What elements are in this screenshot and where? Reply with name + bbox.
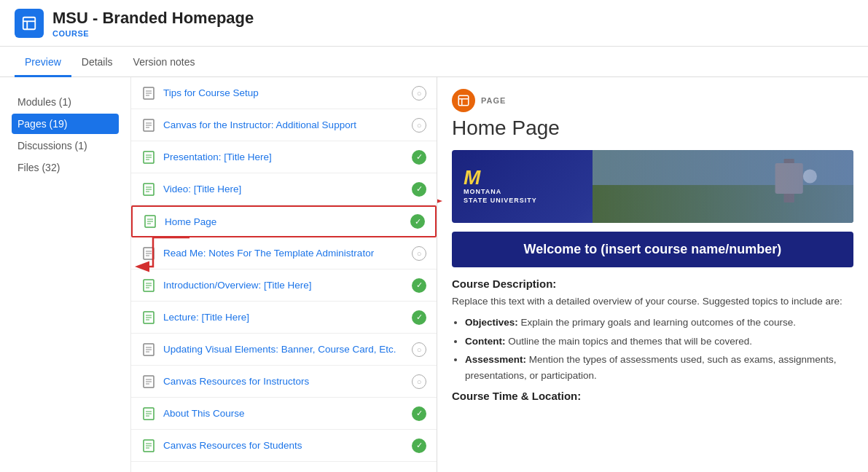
list-item: Assessment: Mention the types of assessm… [465, 352, 853, 383]
doc-full-icon [141, 406, 156, 421]
list-item[interactable]: Video: [Title Here] ✓ [131, 173, 437, 205]
bullet-text: Explain the primary goals and learning o… [518, 317, 796, 328]
welcome-banner: Welcome to (insert course name/number) [452, 232, 853, 267]
msu-logo: M MONTANASTATE UNIVERSITY [464, 168, 537, 205]
page-label: PAGE [452, 89, 853, 112]
page-item-title[interactable]: Presentation: [Title Here] [163, 152, 412, 162]
tab-details[interactable]: Details [71, 49, 123, 77]
course-description-heading: Course Description: [452, 278, 853, 290]
page-item-title[interactable]: Updating Visual Elements: Banner, Course… [163, 344, 412, 355]
doc-full-icon [141, 182, 156, 197]
main-content: Modules (1) Pages (19) Discussions (1) F… [0, 77, 868, 472]
bullet-bold: Content: [465, 336, 505, 347]
page-status: ○ [412, 246, 426, 261]
sidebar: Modules (1) Pages (19) Discussions (1) F… [0, 77, 131, 472]
list-item[interactable]: Tips for Course Setup ○ [131, 77, 437, 109]
page-item-title[interactable]: Tips for Course Setup [163, 87, 412, 98]
preview-panel: PAGE Home Page M MONTANASTATE UNIVERSITY… [437, 77, 868, 472]
page-item-title[interactable]: Canvas for the Instructor: Additional Su… [163, 119, 412, 130]
sidebar-item-modules[interactable]: Modules (1) [12, 92, 119, 112]
sidebar-item-discussions[interactable]: Discussions (1) [12, 135, 119, 156]
page-status: ○ [412, 86, 426, 101]
pages-list: Tips for Course Setup ○ Canvas for the I… [131, 77, 437, 472]
page-status: ○ [412, 118, 426, 133]
list-item[interactable]: Updating Visual Elements: Banner, Course… [131, 334, 437, 366]
tab-version-notes[interactable]: Version notes [123, 49, 206, 77]
list-item[interactable]: Canvas Resources for Students ✓ [131, 430, 437, 462]
page-item-title[interactable]: Introduction/Overview: [Title Here] [163, 280, 412, 291]
bullet-bold: Objectives: [465, 317, 518, 328]
page-type-icon [452, 89, 475, 112]
doc-icon [141, 118, 156, 133]
page-status: ✓ [412, 150, 426, 165]
banner-bg-image [593, 150, 853, 223]
page-status: ○ [412, 374, 426, 389]
doc-icon [141, 374, 156, 389]
app-title: MSU - Branded Homepage [52, 9, 254, 28]
sidebar-item-pages[interactable]: Pages (19) [12, 114, 119, 134]
page-item-title[interactable]: Read Me: Notes For The Template Administ… [163, 248, 412, 259]
page-item-title[interactable]: Canvas Resources for Instructors [163, 376, 412, 387]
page-item-title[interactable]: Lecture: [Title Here] [163, 312, 412, 323]
msu-logo-letter: M [464, 168, 537, 188]
doc-icon [141, 86, 156, 101]
app-header: MSU - Branded Homepage COURSE [0, 0, 868, 47]
header-text: MSU - Branded Homepage COURSE [52, 9, 254, 38]
course-description-intro: Replace this text with a detailed overvi… [452, 294, 853, 309]
page-item-title[interactable]: Canvas Resources for Students [163, 440, 412, 451]
list-item[interactable]: Read Me: Notes For The Template Administ… [131, 237, 437, 270]
doc-full-icon [141, 150, 156, 165]
page-status: ✓ [412, 310, 426, 325]
course-icon [15, 9, 44, 38]
page-status: ✓ [412, 278, 426, 293]
course-description-list: Objectives: Explain the primary goals an… [452, 315, 853, 383]
list-item[interactable]: About This Course ✓ [131, 398, 437, 430]
app-subtitle: COURSE [52, 29, 254, 38]
page-item-title[interactable]: About This Course [163, 408, 412, 419]
arrow-to-preview [437, 190, 445, 212]
page-type-label: PAGE [481, 96, 506, 105]
page-status: ○ [412, 342, 426, 357]
doc-full-icon [141, 278, 156, 293]
doc-icon [141, 246, 156, 261]
list-item[interactable]: Canvas Resources for Instructors ○ [131, 366, 437, 398]
page-status: ✓ [410, 214, 425, 229]
svg-rect-0 [23, 17, 36, 29]
doc-icon [141, 342, 156, 357]
list-item: Content: Outline the main topics and the… [465, 334, 853, 350]
doc-full-icon [143, 214, 157, 229]
svg-rect-52 [458, 95, 469, 106]
doc-full-icon [141, 438, 156, 453]
page-status: ✓ [412, 406, 426, 421]
list-item[interactable]: Lecture: [Title Here] ✓ [131, 302, 437, 334]
university-banner: M MONTANASTATE UNIVERSITY [452, 150, 853, 223]
doc-full-icon [141, 310, 156, 325]
bullet-text: Outline the main topics and themes that … [505, 336, 751, 347]
course-time-heading: Course Time & Location: [452, 390, 853, 402]
page-status: ✓ [412, 182, 426, 197]
page-status: ✓ [412, 438, 426, 453]
preview-page-title: Home Page [452, 117, 853, 140]
page-item-title[interactable]: Video: [Title Here] [163, 184, 412, 194]
list-item[interactable]: Canvas for the Instructor: Additional Su… [131, 109, 437, 141]
list-item[interactable]: Presentation: [Title Here] ✓ [131, 141, 437, 173]
tab-bar: Preview Details Version notes [0, 47, 868, 77]
tab-preview[interactable]: Preview [15, 49, 71, 77]
msu-logo-name: MONTANASTATE UNIVERSITY [464, 188, 537, 205]
list-item-homepage[interactable]: Home Page ✓ [131, 205, 437, 237]
list-item: Objectives: Explain the primary goals an… [465, 315, 853, 331]
list-item[interactable]: Introduction/Overview: [Title Here] ✓ [131, 270, 437, 302]
page-item-title[interactable]: Home Page [165, 216, 410, 227]
bullet-bold: Assessment: [465, 354, 526, 365]
sidebar-item-files[interactable]: Files (32) [12, 157, 119, 178]
